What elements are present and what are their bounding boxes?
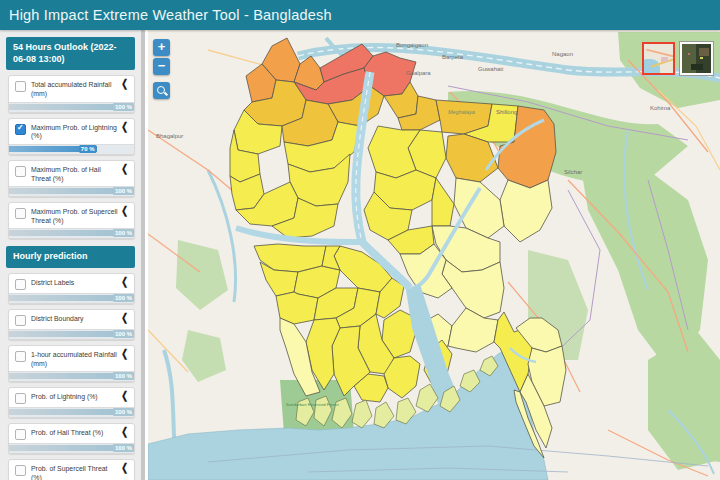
layer-checkbox[interactable] bbox=[15, 393, 26, 404]
layer-label: Prob. of Lightning (%) bbox=[31, 392, 118, 402]
layer-checkbox[interactable] bbox=[15, 81, 26, 92]
outlook-section-header: 54 Hours Outlook (2022-06-08 13:00) bbox=[6, 37, 135, 70]
opacity-slider[interactable]: 100 % bbox=[9, 293, 134, 303]
page-title: High Impact Extreme Weather Tool - Bangl… bbox=[0, 7, 332, 23]
opacity-value-badge: 100 % bbox=[113, 294, 134, 302]
layer-label: Maximum Prob. of Hail Threat (%) bbox=[31, 165, 118, 183]
layer-row[interactable]: District Boundary ❮ 100 % bbox=[8, 309, 135, 340]
layer-checkbox[interactable] bbox=[15, 465, 26, 476]
svg-text:Guwahati: Guwahati bbox=[478, 66, 503, 72]
layer-checkbox[interactable] bbox=[15, 208, 26, 219]
opacity-value-badge: 100 % bbox=[113, 187, 134, 195]
svg-text:Goalpara: Goalpara bbox=[406, 70, 431, 76]
opacity-value-badge: 100 % bbox=[113, 372, 134, 380]
opacity-slider[interactable]: 70 % bbox=[9, 144, 134, 154]
basemap-switcher bbox=[642, 42, 713, 75]
layer-row[interactable]: District Labels ❮ 100 % bbox=[8, 273, 135, 304]
opacity-slider[interactable]: 100 % bbox=[9, 228, 134, 238]
svg-text:Sundarban Reserved Forest: Sundarban Reserved Forest bbox=[286, 402, 339, 407]
collapse-arrow-icon[interactable]: ❮ bbox=[118, 313, 130, 323]
collapse-arrow-icon[interactable]: ❮ bbox=[118, 164, 130, 174]
basemap-thumb-streets[interactable] bbox=[642, 42, 675, 75]
collapse-arrow-icon[interactable]: ❮ bbox=[118, 349, 130, 359]
svg-text:Meghalaya: Meghalaya bbox=[448, 109, 475, 115]
layer-checkbox[interactable] bbox=[15, 166, 26, 177]
weather-tool-app: High Impact Extreme Weather Tool - Bangl… bbox=[0, 0, 720, 480]
basemap-thumb-satellite[interactable] bbox=[680, 42, 713, 75]
svg-text:Shillong: Shillong bbox=[496, 109, 517, 115]
collapse-arrow-icon[interactable]: ❮ bbox=[118, 463, 130, 473]
opacity-value-badge: 100 % bbox=[113, 408, 134, 416]
opacity-value-badge: 100 % bbox=[113, 103, 134, 111]
layer-checkbox[interactable] bbox=[15, 351, 26, 362]
opacity-slider[interactable]: 100 % bbox=[9, 329, 134, 339]
layer-row[interactable]: Total accumulated Rainfall (mm) ❮ 100 % bbox=[8, 75, 135, 112]
search-button[interactable] bbox=[153, 82, 170, 99]
collapse-arrow-icon[interactable]: ❮ bbox=[118, 277, 130, 287]
zoom-out-button[interactable]: − bbox=[153, 58, 170, 75]
layer-row[interactable]: Prob. of Lightning (%) ❮ 100 % bbox=[8, 387, 135, 418]
collapse-arrow-icon[interactable]: ❮ bbox=[118, 391, 130, 401]
svg-text:Barpeta: Barpeta bbox=[442, 54, 464, 60]
collapse-arrow-icon[interactable]: ❮ bbox=[118, 427, 130, 437]
opacity-value-badge: 70 % bbox=[79, 145, 97, 153]
layer-checkbox[interactable] bbox=[15, 429, 26, 440]
collapse-arrow-icon[interactable]: ❮ bbox=[118, 79, 130, 89]
svg-text:Bhagalpur: Bhagalpur bbox=[156, 133, 183, 139]
zoom-in-button[interactable]: + bbox=[153, 39, 170, 56]
layer-label: District Boundary bbox=[31, 314, 118, 324]
layer-row[interactable]: 1-hour accumulated Rainfall (mm) ❮ 100 % bbox=[8, 345, 135, 382]
layer-row[interactable]: Maximum Prob. of Hail Threat (%) ❮ 100 % bbox=[8, 160, 135, 197]
svg-text:Kohima: Kohima bbox=[650, 105, 671, 111]
map-area[interactable]: Bhagalpur Bongaigaon Barpeta Goalpara Gu… bbox=[148, 30, 720, 480]
svg-text:Bongaigaon: Bongaigaon bbox=[396, 42, 428, 48]
map-canvas[interactable]: Bhagalpur Bongaigaon Barpeta Goalpara Gu… bbox=[148, 30, 720, 480]
layer-label: Prob. of Hail Threat (%) bbox=[31, 428, 118, 438]
layer-label: 1-hour accumulated Rainfall (mm) bbox=[31, 350, 118, 368]
layer-row[interactable]: Maximum Prob. of Supercell Threat (%) ❮ … bbox=[8, 202, 135, 239]
opacity-slider[interactable]: 100 % bbox=[9, 443, 134, 453]
opacity-slider[interactable]: 100 % bbox=[9, 102, 134, 112]
opacity-slider[interactable]: 100 % bbox=[9, 407, 134, 417]
collapse-arrow-icon[interactable]: ❮ bbox=[118, 206, 130, 216]
opacity-slider[interactable]: 100 % bbox=[9, 371, 134, 381]
outlook-layer-list: Total accumulated Rainfall (mm) ❮ 100 % … bbox=[0, 75, 141, 239]
layer-sidebar: 54 Hours Outlook (2022-06-08 13:00) Tota… bbox=[0, 30, 145, 480]
minus-icon: − bbox=[158, 58, 166, 73]
layer-checkbox[interactable] bbox=[15, 124, 26, 135]
layer-label: Maximum Prob. of Supercell Threat (%) bbox=[31, 207, 118, 225]
opacity-slider[interactable]: 100 % bbox=[9, 186, 134, 196]
layer-row[interactable]: Maximum Prob. of Lightning (%) ❮ 70 % bbox=[8, 118, 135, 155]
layer-row[interactable]: Prob. of Hail Threat (%) ❮ 100 % bbox=[8, 423, 135, 454]
svg-text:Nagaon: Nagaon bbox=[552, 51, 573, 57]
opacity-value-badge: 100 % bbox=[113, 444, 134, 452]
collapse-arrow-icon[interactable]: ❮ bbox=[118, 121, 130, 131]
opacity-value-badge: 100 % bbox=[113, 330, 134, 338]
opacity-value-badge: 100 % bbox=[113, 229, 134, 237]
plus-icon: + bbox=[158, 39, 166, 54]
layer-label: Prob. of Supercell Threat (%) bbox=[31, 464, 118, 480]
app-header: High Impact Extreme Weather Tool - Bangl… bbox=[0, 0, 720, 30]
svg-text:Silchar: Silchar bbox=[564, 169, 582, 175]
layer-label: Total accumulated Rainfall (mm) bbox=[31, 80, 118, 98]
layer-checkbox[interactable] bbox=[15, 279, 26, 290]
layer-row[interactable]: Prob. of Supercell Threat (%) ❮ 100 % bbox=[8, 459, 135, 480]
layer-label: District Labels bbox=[31, 278, 118, 288]
layer-checkbox[interactable] bbox=[15, 315, 26, 326]
hourly-layer-list: District Labels ❮ 100 % District Boundar… bbox=[0, 273, 141, 480]
layer-label: Maximum Prob. of Lightning (%) bbox=[31, 123, 118, 141]
hourly-section-header: Hourly prediction bbox=[6, 246, 135, 268]
